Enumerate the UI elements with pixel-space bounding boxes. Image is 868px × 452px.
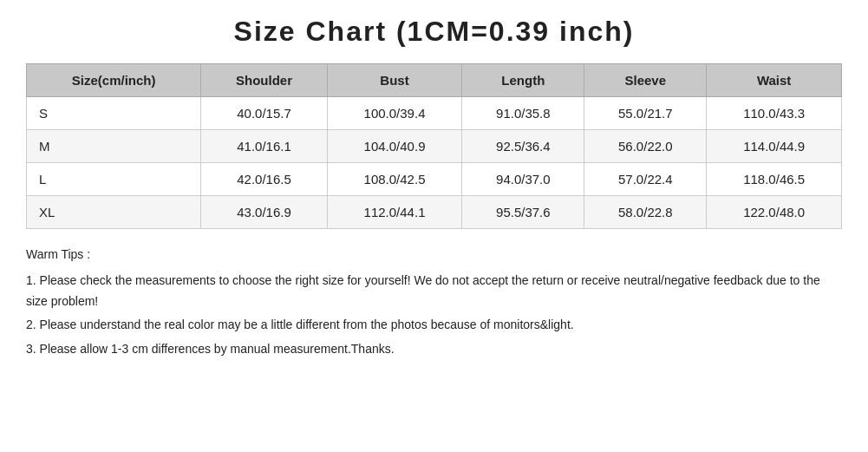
table-cell-1-4: 56.0/22.0 <box>584 130 707 163</box>
warm-tips-label: Warm Tips : <box>26 245 842 265</box>
tip-item-1: 1. Please check the measurements to choo… <box>26 271 842 312</box>
table-row: S40.0/15.7100.0/39.491.0/35.855.0/21.711… <box>27 97 842 130</box>
table-header-2: Bust <box>327 64 462 97</box>
table-cell-1-1: 41.0/16.1 <box>201 130 327 163</box>
table-cell-1-3: 92.5/36.4 <box>462 130 584 163</box>
table-row: L42.0/16.5108.0/42.594.0/37.057.0/22.411… <box>27 163 842 196</box>
table-row: M41.0/16.1104.0/40.992.5/36.456.0/22.011… <box>27 130 842 163</box>
table-cell-2-0: L <box>27 163 201 196</box>
table-cell-3-5: 122.0/48.0 <box>707 196 842 229</box>
table-header-0: Size(cm/inch) <box>27 64 201 97</box>
tip-item-3: 3. Please allow 1-3 cm differences by ma… <box>26 339 842 360</box>
table-header-row: Size(cm/inch)ShoulderBustLengthSleeveWai… <box>27 64 842 97</box>
table-row: XL43.0/16.9112.0/44.195.5/37.658.0/22.81… <box>27 196 842 229</box>
table-cell-3-3: 95.5/37.6 <box>462 196 584 229</box>
table-cell-0-2: 100.0/39.4 <box>327 97 462 130</box>
table-header-4: Sleeve <box>584 64 707 97</box>
table-cell-1-2: 104.0/40.9 <box>327 130 462 163</box>
page-wrapper: Size Chart (1CM=0.39 inch) Size(cm/inch)… <box>0 0 868 452</box>
table-cell-0-5: 110.0/43.3 <box>707 97 842 130</box>
table-header-5: Waist <box>707 64 842 97</box>
table-cell-2-4: 57.0/22.4 <box>584 163 707 196</box>
size-chart-table: Size(cm/inch)ShoulderBustLengthSleeveWai… <box>26 63 842 229</box>
table-cell-3-0: XL <box>27 196 201 229</box>
table-cell-3-1: 43.0/16.9 <box>201 196 327 229</box>
warm-tips-section: Warm Tips : 1. Please check the measurem… <box>26 245 842 360</box>
table-cell-0-0: S <box>27 97 201 130</box>
table-cell-3-2: 112.0/44.1 <box>327 196 462 229</box>
table-cell-3-4: 58.0/22.8 <box>584 196 707 229</box>
table-header-1: Shoulder <box>201 64 327 97</box>
table-cell-2-1: 42.0/16.5 <box>201 163 327 196</box>
table-cell-2-2: 108.0/42.5 <box>327 163 462 196</box>
table-cell-0-1: 40.0/15.7 <box>201 97 327 130</box>
table-cell-1-0: M <box>27 130 201 163</box>
table-cell-2-5: 118.0/46.5 <box>707 163 842 196</box>
table-cell-0-3: 91.0/35.8 <box>462 97 584 130</box>
table-cell-2-3: 94.0/37.0 <box>462 163 584 196</box>
table-header-3: Length <box>462 64 584 97</box>
page-title: Size Chart (1CM=0.39 inch) <box>26 16 842 48</box>
table-cell-1-5: 114.0/44.9 <box>707 130 842 163</box>
table-cell-0-4: 55.0/21.7 <box>584 97 707 130</box>
tip-item-2: 2. Please understand the real color may … <box>26 315 842 336</box>
